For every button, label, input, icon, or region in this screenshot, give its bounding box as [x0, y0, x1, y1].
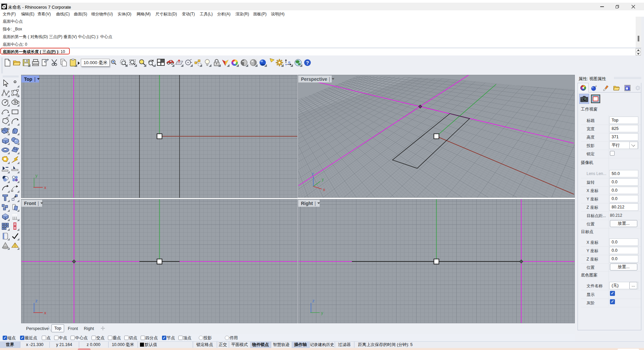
- svg-text:x: x: [323, 187, 325, 192]
- svg-text:?: ?: [306, 60, 309, 65]
- svg-text:x: x: [44, 310, 46, 315]
- svg-text:z: z: [312, 171, 314, 176]
- svg-text:y: y: [322, 177, 324, 182]
- svg-text:y: y: [321, 310, 323, 315]
- svg-text:x: x: [44, 185, 46, 190]
- svg-text:z: z: [312, 298, 315, 303]
- svg-text:z: z: [35, 298, 38, 303]
- svg-text:y: y: [35, 173, 38, 178]
